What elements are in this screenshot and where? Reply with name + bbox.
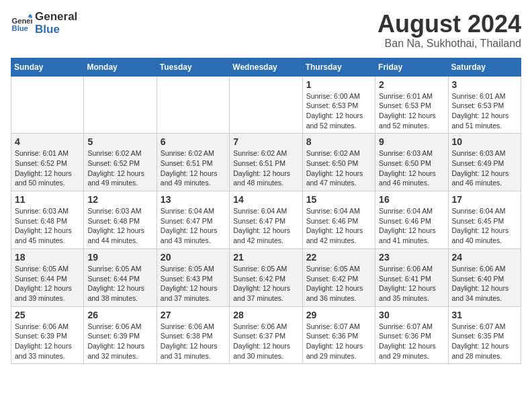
day-number: 8 <box>306 136 371 147</box>
logo-general: General <box>35 11 77 24</box>
calendar-cell: 22Sunrise: 6:05 AM Sunset: 6:42 PM Dayli… <box>302 248 375 306</box>
calendar-cell: 26Sunrise: 6:06 AM Sunset: 6:39 PM Dayli… <box>84 306 157 364</box>
day-info: Sunrise: 6:04 AM Sunset: 6:45 PM Dayligh… <box>452 206 517 246</box>
calendar-cell: 1Sunrise: 6:00 AM Sunset: 6:53 PM Daylig… <box>302 76 375 134</box>
day-info: Sunrise: 6:06 AM Sunset: 6:40 PM Dayligh… <box>452 264 517 304</box>
day-number: 11 <box>15 194 80 205</box>
day-number: 1 <box>306 79 371 90</box>
calendar-table: SundayMondayTuesdayWednesdayThursdayFrid… <box>11 58 521 365</box>
day-number: 13 <box>161 194 226 205</box>
calendar-cell: 4Sunrise: 6:01 AM Sunset: 6:52 PM Daylig… <box>11 134 84 191</box>
calendar-cell: 28Sunrise: 6:06 AM Sunset: 6:37 PM Dayli… <box>230 306 302 364</box>
subtitle: Ban Na, Sukhothai, Thailand <box>378 38 521 50</box>
calendar-cell: 11Sunrise: 6:03 AM Sunset: 6:48 PM Dayli… <box>11 191 84 249</box>
day-info: Sunrise: 6:03 AM Sunset: 6:48 PM Dayligh… <box>15 206 80 246</box>
day-info: Sunrise: 6:04 AM Sunset: 6:47 PM Dayligh… <box>161 206 226 246</box>
calendar-cell: 15Sunrise: 6:04 AM Sunset: 6:46 PM Dayli… <box>302 191 375 249</box>
day-info: Sunrise: 6:05 AM Sunset: 6:43 PM Dayligh… <box>161 264 226 304</box>
week-row-2: 4Sunrise: 6:01 AM Sunset: 6:52 PM Daylig… <box>11 134 521 191</box>
day-info: Sunrise: 6:07 AM Sunset: 6:35 PM Dayligh… <box>452 322 517 361</box>
header-row: SundayMondayTuesdayWednesdayThursdayFrid… <box>11 58 521 76</box>
day-number: 9 <box>379 136 444 147</box>
day-info: Sunrise: 6:02 AM Sunset: 6:51 PM Dayligh… <box>233 148 298 188</box>
day-number: 30 <box>379 310 444 320</box>
day-info: Sunrise: 6:03 AM Sunset: 6:49 PM Dayligh… <box>452 148 517 188</box>
day-info: Sunrise: 6:01 AM Sunset: 6:52 PM Dayligh… <box>15 148 80 188</box>
day-info: Sunrise: 6:00 AM Sunset: 6:53 PM Dayligh… <box>306 91 371 131</box>
day-info: Sunrise: 6:05 AM Sunset: 6:44 PM Dayligh… <box>15 264 80 304</box>
calendar-cell: 12Sunrise: 6:03 AM Sunset: 6:48 PM Dayli… <box>84 191 157 249</box>
day-info: Sunrise: 6:04 AM Sunset: 6:46 PM Dayligh… <box>306 206 371 246</box>
day-number: 21 <box>233 252 298 263</box>
day-number: 14 <box>233 194 298 205</box>
day-number: 15 <box>306 194 371 205</box>
day-info: Sunrise: 6:02 AM Sunset: 6:52 PM Dayligh… <box>87 148 152 188</box>
day-info: Sunrise: 6:06 AM Sunset: 6:38 PM Dayligh… <box>161 322 226 361</box>
day-number: 23 <box>379 252 444 263</box>
day-number: 12 <box>87 194 152 205</box>
day-info: Sunrise: 6:05 AM Sunset: 6:44 PM Dayligh… <box>87 264 152 304</box>
day-number: 20 <box>161 252 226 263</box>
day-info: Sunrise: 6:06 AM Sunset: 6:39 PM Dayligh… <box>87 322 152 361</box>
calendar-cell: 25Sunrise: 6:06 AM Sunset: 6:39 PM Dayli… <box>11 306 84 364</box>
calendar-cell: 16Sunrise: 6:04 AM Sunset: 6:46 PM Dayli… <box>375 191 448 249</box>
day-number: 28 <box>233 310 298 320</box>
page-header: General Blue General Blue August 2024 Ba… <box>11 11 521 50</box>
logo-blue: Blue <box>35 24 77 36</box>
day-number: 4 <box>15 136 80 147</box>
calendar-cell: 29Sunrise: 6:07 AM Sunset: 6:36 PM Dayli… <box>302 306 375 364</box>
day-info: Sunrise: 6:07 AM Sunset: 6:36 PM Dayligh… <box>379 322 444 361</box>
day-number: 17 <box>452 194 517 205</box>
day-info: Sunrise: 6:02 AM Sunset: 6:50 PM Dayligh… <box>306 148 371 188</box>
day-number: 19 <box>87 252 152 263</box>
calendar-cell: 30Sunrise: 6:07 AM Sunset: 6:36 PM Dayli… <box>375 306 448 364</box>
day-info: Sunrise: 6:06 AM Sunset: 6:37 PM Dayligh… <box>233 322 298 361</box>
calendar-cell: 24Sunrise: 6:06 AM Sunset: 6:40 PM Dayli… <box>448 248 521 306</box>
day-number: 24 <box>452 252 517 263</box>
week-row-3: 11Sunrise: 6:03 AM Sunset: 6:48 PM Dayli… <box>11 191 521 249</box>
day-info: Sunrise: 6:02 AM Sunset: 6:51 PM Dayligh… <box>161 148 226 188</box>
calendar-cell: 14Sunrise: 6:04 AM Sunset: 6:47 PM Dayli… <box>230 191 302 249</box>
title-block: August 2024 Ban Na, Sukhothai, Thailand <box>378 11 521 50</box>
day-header-wednesday: Wednesday <box>230 58 302 76</box>
svg-text:Blue: Blue <box>12 24 28 32</box>
day-number: 7 <box>233 136 298 147</box>
day-number: 22 <box>306 252 371 263</box>
day-header-friday: Friday <box>375 58 448 76</box>
day-header-monday: Monday <box>84 58 157 76</box>
day-info: Sunrise: 6:04 AM Sunset: 6:46 PM Dayligh… <box>379 206 444 246</box>
logo: General Blue General Blue <box>11 11 77 36</box>
calendar-cell: 20Sunrise: 6:05 AM Sunset: 6:43 PM Dayli… <box>157 248 229 306</box>
day-info: Sunrise: 6:07 AM Sunset: 6:36 PM Dayligh… <box>306 322 371 361</box>
calendar-cell <box>230 76 302 134</box>
day-info: Sunrise: 6:05 AM Sunset: 6:42 PM Dayligh… <box>233 264 298 304</box>
day-info: Sunrise: 6:01 AM Sunset: 6:53 PM Dayligh… <box>379 91 444 131</box>
calendar-cell: 18Sunrise: 6:05 AM Sunset: 6:44 PM Dayli… <box>11 248 84 306</box>
day-number: 25 <box>15 310 80 320</box>
main-title: August 2024 <box>378 11 521 38</box>
calendar-cell: 3Sunrise: 6:01 AM Sunset: 6:53 PM Daylig… <box>448 76 521 134</box>
day-header-saturday: Saturday <box>448 58 521 76</box>
day-info: Sunrise: 6:03 AM Sunset: 6:50 PM Dayligh… <box>379 148 444 188</box>
calendar-cell: 8Sunrise: 6:02 AM Sunset: 6:50 PM Daylig… <box>302 134 375 191</box>
calendar-cell: 6Sunrise: 6:02 AM Sunset: 6:51 PM Daylig… <box>157 134 229 191</box>
calendar-cell: 23Sunrise: 6:06 AM Sunset: 6:41 PM Dayli… <box>375 248 448 306</box>
day-header-tuesday: Tuesday <box>157 58 229 76</box>
calendar-cell: 21Sunrise: 6:05 AM Sunset: 6:42 PM Dayli… <box>230 248 302 306</box>
calendar-cell: 17Sunrise: 6:04 AM Sunset: 6:45 PM Dayli… <box>448 191 521 249</box>
week-row-1: 1Sunrise: 6:00 AM Sunset: 6:53 PM Daylig… <box>11 76 521 134</box>
calendar-cell <box>157 76 229 134</box>
day-info: Sunrise: 6:04 AM Sunset: 6:47 PM Dayligh… <box>233 206 298 246</box>
day-number: 31 <box>452 310 517 320</box>
day-info: Sunrise: 6:01 AM Sunset: 6:53 PM Dayligh… <box>452 91 517 131</box>
week-row-5: 25Sunrise: 6:06 AM Sunset: 6:39 PM Dayli… <box>11 306 521 364</box>
day-number: 10 <box>452 136 517 147</box>
day-info: Sunrise: 6:06 AM Sunset: 6:41 PM Dayligh… <box>379 264 444 304</box>
calendar-cell: 13Sunrise: 6:04 AM Sunset: 6:47 PM Dayli… <box>157 191 229 249</box>
day-number: 27 <box>161 310 226 320</box>
day-number: 2 <box>379 79 444 90</box>
day-number: 18 <box>15 252 80 263</box>
day-info: Sunrise: 6:06 AM Sunset: 6:39 PM Dayligh… <box>15 322 80 361</box>
calendar-cell <box>84 76 157 134</box>
calendar-cell: 9Sunrise: 6:03 AM Sunset: 6:50 PM Daylig… <box>375 134 448 191</box>
